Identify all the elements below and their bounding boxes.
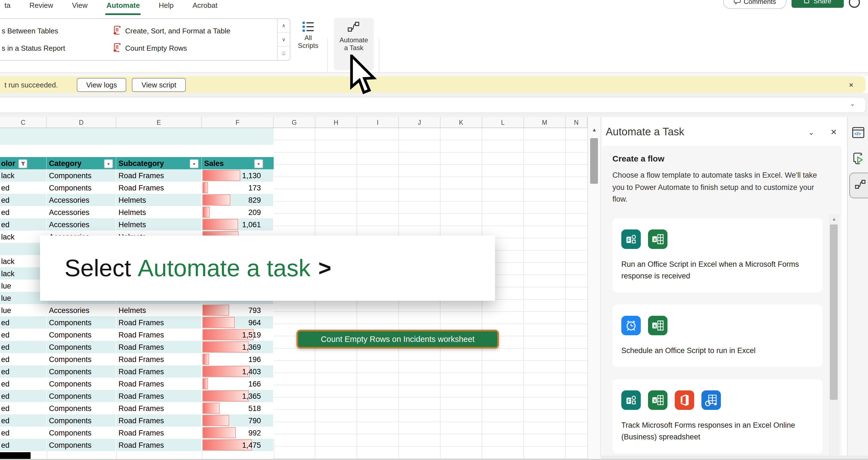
column-header[interactable]: C xyxy=(0,117,47,127)
ribbon-tab[interactable]: Automate xyxy=(104,0,142,9)
cell-color[interactable]: ed xyxy=(0,341,47,353)
cell-sales[interactable]: 166 xyxy=(202,378,274,390)
ribbon-tab[interactable]: Help xyxy=(157,0,176,9)
header-sales[interactable]: Sales ▼ xyxy=(202,157,274,169)
view-logs-button[interactable]: View logs xyxy=(77,78,127,92)
run-script-icon[interactable] xyxy=(851,151,865,165)
script-gallery-item[interactable]: Create, Sort, and Format a Table xyxy=(113,24,230,38)
banded-info-row[interactable] xyxy=(0,128,274,145)
cell-subcategory[interactable]: Helmets xyxy=(116,218,202,231)
column-header[interactable]: E xyxy=(116,117,202,127)
scroll-up-icon[interactable]: ▲ xyxy=(829,217,839,222)
cell-category[interactable]: Accessories xyxy=(47,194,116,206)
column-header[interactable]: D xyxy=(47,117,116,127)
cell-color[interactable]: lack xyxy=(0,169,47,181)
pane-collapse-chevron-icon[interactable]: ⌄ xyxy=(808,128,814,137)
cell-color[interactable]: ed xyxy=(0,390,47,402)
cell-subcategory[interactable]: Road Frames xyxy=(116,365,202,378)
cell-subcategory[interactable]: Helmets xyxy=(116,304,202,316)
flow-template-card[interactable]: FX Track Microsoft Forms responses in an… xyxy=(612,379,823,453)
gallery-scroll-up-icon[interactable]: ∧ xyxy=(278,19,290,33)
cell-sales[interactable]: 790 xyxy=(202,414,274,427)
cell-category[interactable]: Components xyxy=(47,181,116,194)
cell-color[interactable]: lue xyxy=(0,292,47,304)
cell-subcategory[interactable]: Helmets xyxy=(116,194,202,206)
column-header[interactable]: G xyxy=(274,117,315,127)
cell-sales[interactable]: 1,061 xyxy=(202,218,274,231)
code-editor-icon[interactable]: </> xyxy=(851,126,865,139)
gallery-scroll-down-icon[interactable]: ∨ xyxy=(278,33,290,47)
cell-sales[interactable]: 196 xyxy=(202,353,274,365)
cell-sales[interactable]: 518 xyxy=(202,402,274,414)
cell-category[interactable]: Components xyxy=(47,414,116,427)
script-gallery-item[interactable]: Count Empty Rows xyxy=(113,41,230,55)
account-avatar-icon[interactable] xyxy=(849,0,860,8)
formula-bar[interactable] xyxy=(0,97,866,113)
cell-sales[interactable]: 1,519 xyxy=(202,328,274,341)
ribbon-tab[interactable]: Review xyxy=(27,0,55,9)
cell-color[interactable]: ed xyxy=(0,439,47,451)
gallery-more-icon[interactable]: ⍗ xyxy=(278,47,290,60)
column-header[interactable]: K xyxy=(440,117,482,127)
column-header[interactable]: I xyxy=(357,117,399,127)
cell-subcategory[interactable]: Road Frames xyxy=(116,328,202,341)
cell-sales[interactable]: 1,365 xyxy=(202,390,274,402)
cell-color[interactable] xyxy=(0,243,47,255)
cell-category[interactable]: Components xyxy=(47,402,116,414)
scroll-up-icon[interactable]: ▲ xyxy=(588,127,601,133)
filter-dropdown-icon[interactable]: ▼ xyxy=(190,159,198,168)
cell-color[interactable]: ed xyxy=(0,378,47,390)
filter-dropdown-icon[interactable]: ▼ xyxy=(254,159,263,168)
cell-subcategory[interactable]: Road Frames xyxy=(116,390,202,402)
filter-dropdown-icon[interactable]: ▼ xyxy=(104,159,113,168)
formula-bar-expand-chevron-icon[interactable]: ⌄ xyxy=(850,100,855,108)
view-script-button[interactable]: View script xyxy=(132,78,186,92)
cell-category[interactable]: Components xyxy=(47,169,116,181)
ribbon-tab[interactable]: Acrobat xyxy=(190,0,220,9)
cell-color[interactable]: lue xyxy=(0,304,47,316)
cell-color[interactable]: lack xyxy=(0,231,47,243)
cell-category[interactable]: Components xyxy=(47,439,116,451)
cell-subcategory[interactable]: Road Frames xyxy=(116,353,202,365)
cell-color[interactable]: ed xyxy=(0,181,47,194)
cell-category[interactable]: Components xyxy=(47,328,116,341)
cell-sales[interactable]: 1,403 xyxy=(202,365,274,378)
cell-sales[interactable]: 1,130 xyxy=(202,169,274,181)
cell-category[interactable]: Components xyxy=(47,390,116,402)
cell-category[interactable]: Components xyxy=(47,316,116,328)
column-header[interactable]: H xyxy=(315,117,357,127)
cell-subcategory[interactable]: Road Frames xyxy=(116,181,202,194)
header-subcategory[interactable]: Subcategory ▼ xyxy=(116,157,202,169)
cell-color[interactable]: ed xyxy=(0,427,47,439)
share-button[interactable]: Share xyxy=(792,0,844,8)
scrollbar-thumb[interactable] xyxy=(590,138,598,184)
cell-subcategory[interactable]: Road Frames xyxy=(116,402,202,414)
cell-subcategory[interactable]: Road Frames xyxy=(116,427,202,439)
cell-color[interactable]: lack xyxy=(0,255,47,267)
ribbon-tab[interactable]: ta xyxy=(2,0,13,9)
cell-color[interactable]: lack xyxy=(0,267,47,280)
cell-category[interactable]: Components xyxy=(47,353,116,365)
cell-color[interactable]: lue xyxy=(0,280,47,292)
filter-applied-icon[interactable] xyxy=(18,159,27,168)
comments-button[interactable]: Comments xyxy=(723,0,786,9)
script-gallery-item[interactable]: s in a Status Report xyxy=(2,41,113,55)
column-header[interactable]: M xyxy=(524,117,566,127)
blank-row[interactable] xyxy=(0,145,274,157)
cell-subcategory[interactable]: Road Frames xyxy=(116,316,202,328)
cell-sales[interactable]: 1,475 xyxy=(202,439,274,451)
flow-template-card[interactable]: FX Run an Office Script in Excel when a … xyxy=(612,218,823,292)
header-color[interactable]: olor xyxy=(0,157,47,169)
pane-close-icon[interactable]: ✕ xyxy=(831,127,837,137)
cell-sales[interactable]: 209 xyxy=(202,206,274,218)
header-category[interactable]: Category ▼ xyxy=(47,157,116,169)
column-header[interactable]: N xyxy=(566,117,587,127)
cell-category[interactable]: Components xyxy=(47,427,116,439)
column-header[interactable]: J xyxy=(399,117,440,127)
cell-category[interactable]: Components xyxy=(47,365,116,378)
cell-sales[interactable]: 1,369 xyxy=(202,341,274,353)
ribbon-tab[interactable]: View xyxy=(70,0,90,9)
cell-color[interactable]: ed xyxy=(0,402,47,414)
cell-subcategory[interactable]: Road Frames xyxy=(116,169,202,181)
cell-category[interactable]: Components xyxy=(47,378,116,390)
